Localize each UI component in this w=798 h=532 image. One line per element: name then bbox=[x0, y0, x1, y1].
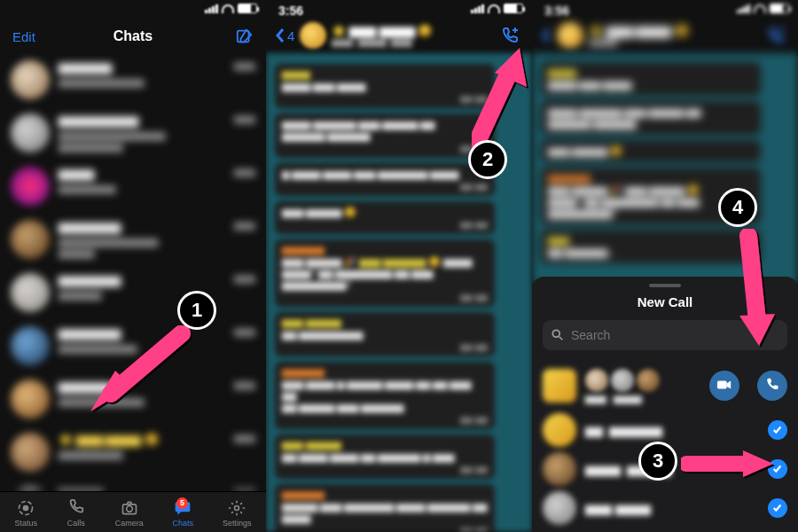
back-button[interactable] bbox=[541, 27, 552, 43]
page-title: Chats bbox=[0, 28, 266, 44]
group-header-row: ▆▆▆ ▆▆▆▆ bbox=[543, 361, 787, 411]
tab-status[interactable]: Status bbox=[14, 499, 37, 528]
message-bubble[interactable]: ▆▆▆▆▆▆▆▆▆▆▆ ▆▆▆ ▆▆▆▆▆▆▆ ▆▆▆▆ ▆▆▆▆▆▆ ▆▆▆▆… bbox=[275, 484, 495, 532]
participant-row[interactable]: ▆▆▆ ▆▆▆▆ bbox=[543, 489, 787, 528]
message-bubble[interactable]: ▆▆▆▆▆▆▆▆▆ ▆▆▆▆▆ 🎉 ▆▆▆ ▆▆▆▆▆▆ 😊 ▆▆▆▆▆▆▆▆?… bbox=[275, 239, 495, 307]
svg-point-5 bbox=[24, 505, 28, 510]
wifi-icon bbox=[222, 4, 234, 13]
clock: 3:56 bbox=[544, 4, 569, 18]
chat-row[interactable]: ▆▆▆▆▆▆▆▆▆▆▆▆▆▆▆▆▆▆▆▆▆▆▆▆▆▆▆▆▆ bbox=[0, 213, 266, 266]
avatar bbox=[11, 433, 50, 472]
tab-chats[interactable]: 5 Chats bbox=[173, 499, 194, 528]
step-marker-4: 4 bbox=[718, 188, 757, 227]
chat-row[interactable]: ▆▆▆▆▆▆▆▆▆▆▆▆▆▆▆▆▆▆▆▆▆▆▆▆▆▆▆▆▆▆▆▆▆▆▆▆ bbox=[0, 106, 266, 160]
avatar bbox=[11, 379, 50, 419]
battery-icon bbox=[504, 4, 523, 13]
back-button[interactable]: 4 bbox=[275, 27, 294, 43]
step-marker-2: 2 bbox=[468, 140, 507, 179]
battery-icon bbox=[770, 4, 789, 13]
chat-row[interactable]: ▆▆▆▆▆▆▆▆▆▆▆▆▆▆▆▆▆▆ bbox=[0, 479, 266, 491]
cellular-signal-icon bbox=[471, 4, 484, 13]
wifi-icon bbox=[754, 4, 766, 13]
back-count: 4 bbox=[287, 28, 294, 43]
chat-header: ⭐ ▆▆▆ ▆▆▆▆ 😊 ▆▆▆▆ bbox=[532, 18, 798, 53]
step-marker-3: 3 bbox=[638, 442, 677, 481]
unread-badge: 5 bbox=[176, 497, 188, 509]
compose-button[interactable] bbox=[236, 27, 254, 45]
annotation-arrow bbox=[681, 449, 778, 479]
participant-avatars bbox=[585, 369, 700, 392]
svg-point-8 bbox=[235, 505, 239, 510]
tab-calls[interactable]: Calls bbox=[66, 499, 86, 528]
add-call-button[interactable] bbox=[763, 22, 789, 49]
chat-row[interactable]: ⭐ ▆▆▆ ▆▆▆▆ 😊▆▆▆▆▆▆▆▆▆▆▆▆ bbox=[0, 426, 266, 479]
avatar bbox=[11, 220, 50, 259]
clock: 3:56 bbox=[278, 4, 303, 18]
cellular-signal-icon bbox=[205, 4, 218, 13]
tab-label: Calls bbox=[67, 519, 85, 528]
tab-camera[interactable]: Camera bbox=[115, 499, 144, 528]
avatar bbox=[11, 113, 50, 153]
avatar bbox=[543, 452, 576, 486]
group-avatar-square bbox=[543, 369, 576, 403]
avatar bbox=[11, 273, 50, 312]
message-bubble[interactable]: ▆▆▆ ▆▆▆▆▆▆▆ ▆▆▆▆▆▆▆▆▆▆▆:▆▆ bbox=[275, 312, 495, 356]
search-icon bbox=[552, 329, 564, 341]
status-bar bbox=[471, 4, 523, 13]
annotation-arrow bbox=[80, 325, 195, 422]
group-avatar[interactable] bbox=[300, 22, 326, 49]
annotation-arrow bbox=[725, 229, 778, 353]
step-marker-1: 1 bbox=[177, 291, 216, 330]
selected-check-icon[interactable] bbox=[768, 420, 787, 440]
voice-call-button[interactable] bbox=[757, 371, 787, 401]
avatar bbox=[11, 60, 50, 99]
chats-header: Edit Chats bbox=[0, 21, 266, 51]
avatar bbox=[11, 167, 50, 206]
cellular-signal-icon bbox=[737, 4, 750, 13]
avatar bbox=[543, 491, 576, 525]
tab-label: Chats bbox=[173, 519, 194, 528]
video-call-button[interactable] bbox=[709, 371, 739, 401]
screenshot-panel-1: Edit Chats ▆▆▆▆▆▆▆▆▆▆▆▆▆▆▆▆▆▆▆▆▆ ▆▆▆▆▆▆▆… bbox=[0, 0, 266, 532]
tab-label: Settings bbox=[223, 519, 252, 528]
message-bubble[interactable]: ▆▆▆ ▆▆▆▆▆▆▆ ▆▆▆▆ ▆▆▆▆ ▆▆ ▆▆▆▆▆▆ ▆ ▆▆▆▆▆:… bbox=[275, 434, 495, 479]
status-bar bbox=[737, 4, 789, 13]
tab-label: Status bbox=[14, 519, 37, 528]
selected-check-icon[interactable] bbox=[768, 498, 787, 518]
message-bubble[interactable]: ▆ ▆▆▆▆ ▆▆▆▆ ▆▆▆ ▆▆▆▆▆▆▆ ▆▆▆▆▆▆:▆▆ bbox=[275, 163, 495, 196]
battery-icon bbox=[238, 4, 257, 13]
svg-point-7 bbox=[126, 505, 132, 512]
chat-row[interactable]: ▆▆▆▆▆▆▆▆▆▆▆▆▆▆▆ bbox=[0, 160, 266, 213]
avatar bbox=[543, 413, 576, 447]
avatar bbox=[11, 326, 50, 365]
status-bar bbox=[205, 4, 257, 13]
chat-row[interactable]: ▆▆▆▆▆▆▆▆▆▆▆▆▆▆▆▆▆▆▆▆▆ bbox=[0, 53, 266, 106]
chat-row[interactable]: ▆▆▆▆▆▆▆▆▆▆▆▆▆▆▆▆ bbox=[0, 266, 266, 319]
group-avatar[interactable] bbox=[557, 22, 583, 49]
sheet-grabber[interactable] bbox=[649, 284, 681, 287]
wifi-icon bbox=[488, 4, 500, 13]
tab-settings[interactable]: Settings bbox=[223, 499, 252, 528]
message-bubble[interactable]: ▆▆▆ ▆▆▆▆▆ 😊▆▆:▆▆ bbox=[275, 201, 495, 234]
group-title[interactable]: ⭐ ▆▆▆ ▆▆▆▆ 😊 ▆▆▆▆ bbox=[589, 24, 757, 47]
chat-list[interactable]: ▆▆▆▆▆▆▆▆▆▆▆▆▆▆▆▆▆▆▆▆▆ ▆▆▆▆▆▆▆▆▆▆▆▆▆▆▆▆▆▆… bbox=[0, 53, 266, 491]
message-bubble[interactable]: ▆▆▆▆▆▆▆▆▆ ▆▆▆▆ ▆ ▆▆▆▆▆ ▆▆▆▆ ▆▆ ▆▆ ▆▆▆ ▆▆… bbox=[275, 362, 495, 429]
edit-button[interactable]: Edit bbox=[12, 29, 35, 44]
annotation-arrow bbox=[458, 37, 537, 153]
tab-bar: Status Calls Camera 5 Chats Settings bbox=[0, 491, 266, 532]
tab-label: Camera bbox=[115, 519, 144, 528]
